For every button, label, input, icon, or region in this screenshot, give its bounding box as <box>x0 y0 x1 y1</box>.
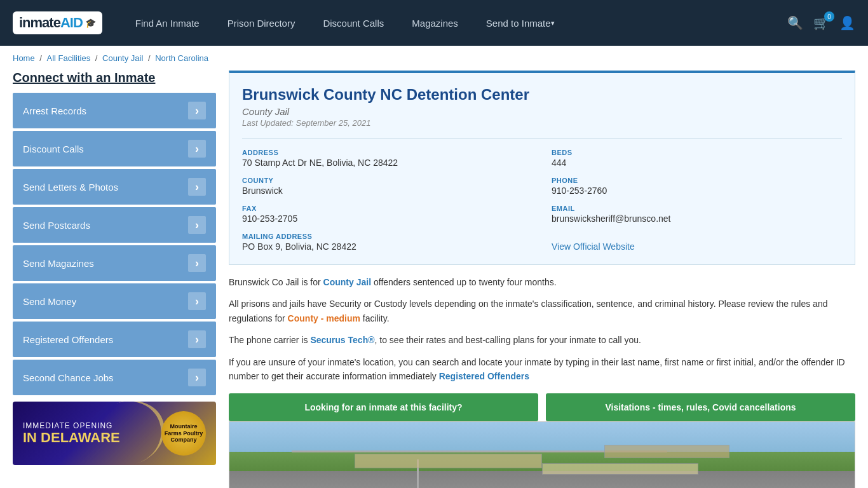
breadcrumb-all-facilities[interactable]: All Facilities <box>47 53 91 63</box>
desc-para-2: All prisons and jails have Security or C… <box>229 297 855 325</box>
sidebar-item-arrest-records[interactable]: Arrest Records › <box>13 93 216 128</box>
chevron-right-icon: › <box>188 369 206 386</box>
sidebar-item-send-magazines[interactable]: Send Magazines › <box>13 245 216 281</box>
sidebar-menu: Arrest Records › Discount Calls › Send L… <box>13 93 216 395</box>
info-email: EMAIL brunswicksheriff@brunsco.net <box>552 205 842 224</box>
nav-links: Find An Inmate Prison Directory Discount… <box>121 0 787 46</box>
info-fax: FAX 910-253-2705 <box>242 205 532 224</box>
nav-find-inmate[interactable]: Find An Inmate <box>121 0 214 46</box>
sidebar-item-label: Second Chance Jobs <box>23 372 114 383</box>
breadcrumb-home[interactable]: Home <box>13 53 35 63</box>
ad-logo-circle: Mountaire Farms Poultry Company <box>161 411 206 456</box>
building-2 <box>542 463 698 475</box>
search-button[interactable]: 🔍 <box>787 15 803 30</box>
building-1 <box>355 454 542 469</box>
desc-registered-offenders-link[interactable]: Registered Offenders <box>439 371 529 381</box>
beds-value: 444 <box>552 158 842 168</box>
facility-info-grid: ADDRESS 70 Stamp Act Dr NE, Bolivia, NC … <box>242 138 842 252</box>
address-value: 70 Stamp Act Dr NE, Bolivia, NC 28422 <box>242 158 532 168</box>
sidebar-item-label: Send Letters & Photos <box>23 182 118 193</box>
sidebar-item-send-postcards[interactable]: Send Postcards › <box>13 207 216 243</box>
main-container: Connect with an Inmate Arrest Records › … <box>0 71 868 488</box>
fax-value: 910-253-2705 <box>242 214 532 224</box>
county-label: COUNTY <box>242 177 532 184</box>
email-label: EMAIL <box>552 205 842 212</box>
sidebar-item-label: Send Money <box>23 296 76 307</box>
desc-securus-link[interactable]: Securus Tech® <box>310 335 374 345</box>
website-spacer <box>552 233 842 240</box>
info-county: COUNTY Brunswick <box>242 177 532 196</box>
action-buttons: Looking for an inmate at this facility? … <box>229 393 855 421</box>
ad-logo-area: Mountaire Farms Poultry Company <box>161 411 206 456</box>
sidebar-item-label: Send Magazines <box>23 258 94 269</box>
aerial-view <box>229 422 855 488</box>
breadcrumb-sep-1: / <box>39 53 44 63</box>
looking-for-inmate-button[interactable]: Looking for an inmate at this facility? <box>229 393 538 421</box>
ad-text-block: IMMEDIATE OPENING IN DELAWARE <box>23 421 120 445</box>
visitations-button[interactable]: Visitations - times, rules, Covid cancel… <box>546 393 855 421</box>
info-phone: PHONE 910-253-2760 <box>552 177 842 196</box>
sidebar-item-send-letters-photos[interactable]: Send Letters & Photos › <box>13 169 216 205</box>
sidebar-item-label: Arrest Records <box>23 105 86 116</box>
chevron-right-icon: › <box>188 216 206 234</box>
fax-label: FAX <box>242 205 532 212</box>
chevron-right-icon: › <box>188 178 206 196</box>
chevron-right-icon: › <box>188 254 206 272</box>
desc-para1-post: offenders sentenced up to twenty four mo… <box>371 277 557 287</box>
facility-card: Brunswick County NC Detention Center Cou… <box>229 71 855 265</box>
nav-send-to-inmate[interactable]: Send to Inmate <box>472 0 569 46</box>
facility-aerial-image <box>229 421 855 488</box>
sidebar-item-second-chance-jobs[interactable]: Second Chance Jobs › <box>13 360 216 395</box>
ad-banner[interactable]: IMMEDIATE OPENING IN DELAWARE Mountaire … <box>13 402 216 465</box>
desc-para-3: The phone carrier is Securus Tech®, to s… <box>229 333 855 347</box>
address-label: ADDRESS <box>242 149 532 156</box>
nav-discount-calls[interactable]: Discount Calls <box>309 0 398 46</box>
facility-name: Brunswick County NC Detention Center <box>242 86 842 104</box>
desc-para4-text: If you are unsure of your inmate's locat… <box>229 357 845 381</box>
cart-button[interactable]: 🛒 0 <box>813 15 829 30</box>
info-address: ADDRESS 70 Stamp Act Dr NE, Bolivia, NC … <box>242 149 532 168</box>
logo-text: inmateAID <box>19 15 83 31</box>
website-link[interactable]: View Official Website <box>552 241 635 252</box>
chevron-right-icon: › <box>188 292 206 310</box>
nav-prison-directory[interactable]: Prison Directory <box>214 0 309 46</box>
breadcrumb-county-jail[interactable]: County Jail <box>102 53 143 63</box>
nav-magazines[interactable]: Magazines <box>398 0 472 46</box>
sidebar-item-label: Registered Offenders <box>23 334 113 345</box>
ad-logo-text: Mountaire Farms Poultry Company <box>164 423 203 444</box>
sidebar-title: Connect with an Inmate <box>13 71 216 85</box>
sidebar-item-discount-calls[interactable]: Discount Calls › <box>13 131 216 166</box>
ad-immediate-text: IMMEDIATE OPENING <box>23 421 120 430</box>
desc-county-jail-link[interactable]: County Jail <box>323 277 371 287</box>
facility-description: Brunswick Co Jail is for County Jail off… <box>229 275 855 383</box>
chevron-right-icon: › <box>188 330 206 348</box>
county-value: Brunswick <box>242 186 532 196</box>
nav-icons: 🔍 🛒 0 👤 <box>787 15 855 30</box>
chevron-right-icon: › <box>188 140 206 158</box>
sidebar-item-registered-offenders[interactable]: Registered Offenders › <box>13 322 216 357</box>
content-area: Brunswick County NC Detention Center Cou… <box>229 71 855 488</box>
sidebar-item-send-money[interactable]: Send Money › <box>13 283 216 319</box>
email-value: brunswicksheriff@brunsco.net <box>552 214 842 224</box>
account-button[interactable]: 👤 <box>839 15 855 30</box>
logo-aid: AID <box>60 15 83 30</box>
desc-para3-post: , to see their rates and best-calling pl… <box>375 335 641 345</box>
breadcrumb-north-carolina[interactable]: North Carolina <box>155 53 208 63</box>
chevron-right-icon: › <box>188 102 206 119</box>
desc-para-1: Brunswick Co Jail is for County Jail off… <box>229 275 855 289</box>
sidebar: Connect with an Inmate Arrest Records › … <box>13 71 216 488</box>
info-mailing: MAILING ADDRESS PO Box 9, Bolivia, NC 28… <box>242 233 532 252</box>
sidebar-item-label: Discount Calls <box>23 144 84 154</box>
info-beds: BEDS 444 <box>552 149 842 168</box>
desc-para3-pre: The phone carrier is <box>229 335 310 345</box>
logo[interactable]: inmateAID 🎓 <box>13 11 102 34</box>
desc-county-medium-link[interactable]: County - medium <box>288 313 360 323</box>
cart-badge: 0 <box>824 11 834 22</box>
facility-updated: Last Updated: September 25, 2021 <box>242 118 842 128</box>
facility-type: County Jail <box>242 106 842 117</box>
breadcrumb-sep-2: / <box>95 53 100 63</box>
mailing-value: PO Box 9, Bolivia, NC 28422 <box>242 241 532 252</box>
sidebar-item-label: Send Postcards <box>23 220 90 231</box>
desc-para-4: If you are unsure of your inmate's locat… <box>229 355 855 384</box>
info-website: View Official Website <box>552 233 842 252</box>
